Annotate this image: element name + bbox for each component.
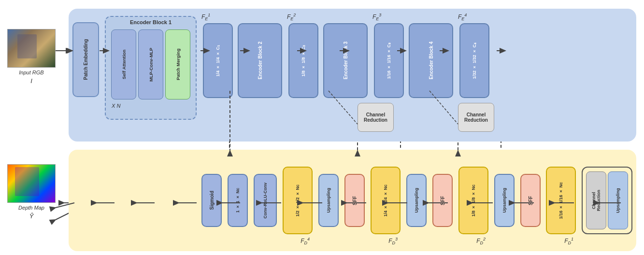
conv-1x1-block: 1 × 1 × Nc <box>228 174 248 227</box>
sff3-box: SFF <box>344 174 365 227</box>
fe2-box: 1/8 × 1/8 × C₂ <box>288 23 318 98</box>
encoder-block-4: Encoder Block 4 <box>409 23 453 98</box>
patch-embedding-label: Patch Embedding <box>83 39 88 80</box>
fe1-box: 1/4 × 1/4 × C₁ <box>203 23 233 98</box>
fe3-box: 1/16 × 1/16 × C₃ <box>374 23 404 98</box>
fe4-box: 1/32 × 1/32 × C₄ <box>459 23 489 98</box>
input-rgb-area: Input RGB I <box>5 29 58 85</box>
encoder-section: Patch Embedding Encoder Block 1 Self Att… <box>69 9 636 142</box>
fe1-label: FE1 <box>201 13 210 21</box>
fe3-label: FE3 <box>372 13 381 21</box>
fd1-box: 1/16 × 1/16 × Nc <box>546 167 576 234</box>
encoder-block-1-title: Encoder Block 1 <box>106 19 196 25</box>
fe2-label: FE2 <box>287 13 296 21</box>
patch-embedding-block: Patch Embedding <box>72 22 99 97</box>
sigmoid-block: Sigmoid <box>201 174 222 227</box>
encoder-block-1-outer: Encoder Block 1 Self Attention MLP-Conv-… <box>105 16 197 120</box>
fd4-box: 1/2 × 1/2 × Nc <box>283 167 313 234</box>
dec-upsampling-0: Upsampling <box>608 171 628 229</box>
encoder-block-3: Encoder Block 3 <box>323 23 368 98</box>
depth-map-image <box>7 164 56 203</box>
channel-reduction-2: ChannelReduction <box>458 103 494 132</box>
depth-map-label: Depth Map <box>5 205 58 211</box>
fd4-label: FD4 <box>301 237 310 245</box>
fd1-label: FD1 <box>564 237 573 245</box>
decoder-section: ChannelReduction Upsampling 1/16 × 1/16 … <box>69 150 636 251</box>
input-rgb-sublabel: I <box>5 77 58 85</box>
dec-channel-reduction: ChannelReduction <box>586 171 606 229</box>
input-rgb-image <box>7 29 56 68</box>
conv-relu-conv-block: Conv-ReLU-Conv <box>254 174 277 227</box>
fd2-label: FD2 <box>476 237 486 245</box>
self-attention-block: Self Attention <box>111 29 136 99</box>
dec-upsampling-2: Upsampling <box>406 174 427 227</box>
fd3-label: FD3 <box>388 237 398 245</box>
channel-reduction-1: ChannelReduction <box>358 103 394 132</box>
sff2-box: SFF <box>432 174 453 227</box>
xn-label: X N <box>112 103 196 109</box>
diagram-container: Input RGB I Depth Map Ŷ Patch Embedding … <box>0 0 644 255</box>
patch-merging-block: Patch Merging <box>165 29 190 99</box>
depth-map-area: Depth Map Ŷ <box>5 164 58 220</box>
dec-upsampling-3: Upsampling <box>318 174 339 227</box>
fd3-box: 1/4 × 1/4 × Nc <box>371 167 401 234</box>
sff1-box: SFF <box>520 174 541 227</box>
encoder-block-2: Encoder Block 2 <box>238 23 282 98</box>
fe4-label: FE4 <box>458 13 467 21</box>
depth-map-sublabel: Ŷ <box>5 212 58 220</box>
decoder-outer-block: ChannelReduction Upsampling <box>582 167 632 234</box>
dec-upsampling-1: Upsampling <box>494 174 515 227</box>
mlp-conv-block: MLP-Conv-MLP <box>138 29 163 99</box>
input-rgb-label: Input RGB <box>5 70 58 75</box>
fd2-box: 1/8 × 1/8 × Nc <box>458 167 488 234</box>
